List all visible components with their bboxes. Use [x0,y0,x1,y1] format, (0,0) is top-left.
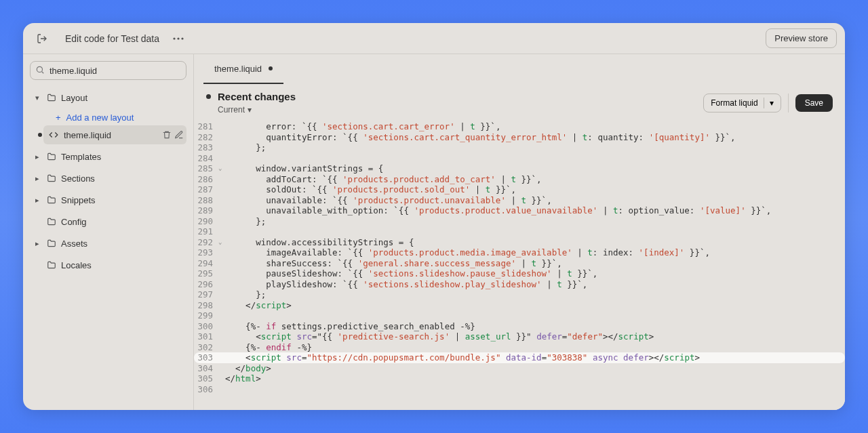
code-text: window.variantStrings = { [225,163,383,174]
code-line[interactable]: 297 }; [194,289,845,300]
rename-file-button[interactable] [174,130,184,140]
line-number: 292 [194,237,218,248]
folder-layout[interactable]: ▾ Layout [30,88,186,107]
line-number: 296 [194,279,218,290]
line-number: 287 [194,184,218,195]
preview-store-button[interactable]: Preview store [766,28,837,48]
code-line[interactable]: 289 unavailable_with_option: `{{ 'produc… [194,205,845,216]
fold-icon [218,268,225,279]
code-text: {%- if settings.predictive_search_enable… [225,321,475,332]
line-number: 297 [194,289,218,300]
add-layout-button[interactable]: + Add a new layout [43,110,186,125]
modified-dot-icon [269,66,273,70]
code-line[interactable]: 288 unavailable: `{{ 'products.product.u… [194,195,845,206]
folder-assets[interactable]: ▸ Assets [30,234,186,253]
divider [788,94,789,112]
code-line[interactable]: 296 playSlideshow: `{{ 'sections.slidesh… [194,279,845,290]
folder-snippets[interactable]: ▸ Snippets [30,190,186,209]
fold-icon [218,132,225,143]
fold-icon [218,153,225,164]
search-input[interactable] [30,61,186,80]
code-text: }; [225,289,266,300]
code-line[interactable]: 293 imageAvailable: `{{ 'products.produc… [194,247,845,258]
code-line[interactable]: 295 pauseSlideshow: `{{ 'sections.slides… [194,268,845,279]
line-number: 300 [194,321,218,332]
svg-point-2 [181,37,183,39]
code-line[interactable]: 306 [194,384,845,395]
code-line[interactable]: 299 [194,310,845,321]
folder-config[interactable]: Config [30,212,186,231]
code-line[interactable]: 302 {%- endif -%} [194,342,845,353]
line-number: 290 [194,216,218,227]
more-menu-button[interactable] [167,28,189,49]
fold-icon [218,184,225,195]
recent-changes-label: Recent changes [218,91,296,102]
fold-icon[interactable]: ⌄ [218,237,225,248]
code-text: soldOut: `{{ 'products.product.sold_out'… [225,184,516,195]
code-line[interactable]: 300 {%- if settings.predictive_search_en… [194,321,845,332]
exit-button[interactable] [31,28,53,49]
code-text: <script src="{{ 'predictive-search.js' |… [225,331,654,342]
code-text: quantityError: `{{ 'sections.cart.cart_q… [225,132,736,143]
fold-icon [218,373,225,384]
code-editor[interactable]: 281 error: `{{ 'sections.cart.cart_error… [194,121,845,410]
code-text: </script> [225,300,292,311]
editor-tabs: theme.liquid [194,54,845,84]
format-label: Format liquid [711,98,757,108]
code-text: }; [225,142,266,153]
line-number: 298 [194,300,218,311]
code-line[interactable]: 303 <script src="https://cdn.popupsmart.… [194,352,845,363]
code-line[interactable]: 285⌄ window.variantStrings = { [194,163,845,174]
modified-dot-icon [206,94,211,99]
fold-icon [218,195,225,206]
fold-icon [218,300,225,311]
svg-point-0 [173,37,175,39]
line-number: 289 [194,205,218,216]
code-line[interactable]: 291 [194,226,845,237]
line-number: 284 [194,153,218,164]
code-text: error: `{{ 'sections.cart.cart_error' | … [225,121,500,132]
code-line[interactable]: 294 shareSuccess: `{{ 'general.share.suc… [194,258,845,269]
folder-locales[interactable]: Locales [30,255,186,274]
code-text: unavailable: `{{ 'products.product.unava… [225,195,552,206]
save-button[interactable]: Save [795,94,833,112]
fold-icon [218,216,225,227]
code-line[interactable]: 287 soldOut: `{{ 'products.product.sold_… [194,184,845,195]
fold-icon[interactable]: ⌄ [218,163,225,174]
file-search[interactable] [30,61,186,80]
code-line[interactable]: 282 quantityError: `{{ 'sections.cart.ca… [194,132,845,143]
file-label: theme.liquid [64,130,158,140]
code-line[interactable]: 290 }; [194,216,845,227]
code-line[interactable]: 305</html> [194,373,845,384]
fold-icon [218,247,225,258]
code-line[interactable]: 281 error: `{{ 'sections.cart.cart_error… [194,121,845,132]
delete-file-button[interactable] [162,130,172,140]
version-dropdown[interactable]: Current ▾ [218,105,296,115]
folder-icon [46,217,57,226]
code-line[interactable]: 286 addToCart: `{{ 'products.product.add… [194,174,845,185]
code-text: unavailable_with_option: `{{ 'products.p… [225,205,771,216]
add-layout-label: Add a new layout [66,112,134,123]
code-line[interactable]: 298 </script> [194,300,845,311]
fold-icon [218,363,225,374]
folder-label: Layout [61,93,184,103]
editor-header: Recent changes Current ▾ Format liquid ▾… [194,84,845,121]
format-liquid-button[interactable]: Format liquid ▾ [703,94,781,112]
svg-point-1 [177,37,179,39]
tab-theme-liquid[interactable]: theme.liquid [203,54,283,84]
code-line[interactable]: 301 <script src="{{ 'predictive-search.j… [194,331,845,342]
fold-icon [218,142,225,153]
folder-templates[interactable]: ▸ Templates [30,147,186,166]
code-line[interactable]: 292⌄ window.accessibilityStrings = { [194,237,845,248]
code-line[interactable]: 304 </body> [194,363,845,374]
folder-label: Assets [61,239,184,249]
code-line[interactable]: 284 [194,153,845,164]
editor-window: Edit code for Test data Preview store ▾ … [23,23,845,410]
modified-dot-icon [38,133,42,137]
line-number: 291 [194,226,218,237]
code-text: <script src="https://cdn.popupsmart.com/… [225,352,700,363]
code-line[interactable]: 283 }; [194,142,845,153]
fold-icon [218,205,225,216]
folder-sections[interactable]: ▸ Sections [30,169,186,188]
file-theme-liquid[interactable]: theme.liquid [43,125,186,144]
